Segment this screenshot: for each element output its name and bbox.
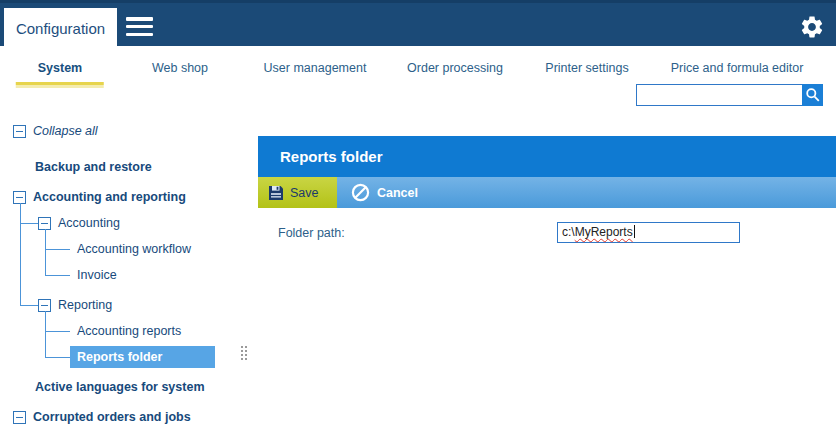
tree-item-invoice[interactable]: Invoice — [0, 262, 258, 288]
cancel-icon — [351, 183, 370, 202]
folder-path-input[interactable]: c:\MyReports — [557, 222, 740, 243]
tree-item-label: Collapse all — [33, 124, 98, 138]
save-button-label: Save — [290, 186, 319, 200]
search-box — [636, 84, 823, 106]
tree-item-label: Reports folder — [70, 346, 215, 368]
tree-item-backup-and-restore[interactable]: Backup and restore — [0, 154, 258, 180]
tree-connector — [45, 331, 70, 332]
save-button[interactable]: Save — [258, 177, 337, 208]
detail-panel: Reports folder Save Cancel — [258, 136, 836, 424]
tree-item-label: Accounting reports — [70, 320, 189, 342]
tree-item-collapse-all[interactable]: Collapse all — [0, 118, 258, 144]
app-title-tab: Configuration — [4, 8, 117, 49]
collapse-all-icon[interactable] — [13, 125, 26, 138]
folder-path-row: Folder path: c:\MyReports — [258, 222, 836, 244]
collapse-expander-icon[interactable] — [38, 217, 51, 230]
tab-printer-settings[interactable]: Printer settings — [545, 61, 628, 81]
hamburger-menu-icon[interactable] — [126, 17, 153, 36]
app-title: Configuration — [16, 20, 105, 37]
collapse-expander-icon[interactable] — [38, 299, 51, 312]
settings-gear-icon[interactable] — [799, 14, 825, 40]
cancel-button-label: Cancel — [377, 186, 418, 200]
tree-connector — [45, 255, 46, 275]
tab-web-shop[interactable]: Web shop — [152, 61, 208, 81]
tree-item-label: Accounting — [58, 216, 120, 230]
panel-toolbar: Save Cancel — [258, 177, 836, 208]
tree-item-accounting-and-reporting[interactable]: Accounting and reporting — [0, 184, 258, 210]
tab-order-processing[interactable]: Order processing — [407, 61, 503, 81]
tab-price-and-formula-editor[interactable]: Price and formula editor — [671, 61, 804, 81]
tree-connector — [20, 305, 38, 306]
tree-item-label: Active languages for system — [35, 380, 205, 394]
tree-connector — [20, 285, 21, 305]
cancel-button[interactable]: Cancel — [337, 177, 434, 208]
panel-header: Reports folder — [258, 136, 836, 177]
tree-item-label: Reporting — [58, 298, 112, 312]
top-bar: Configuration — [0, 0, 836, 46]
collapse-expander-icon[interactable] — [13, 411, 26, 424]
config-tree: Collapse allBackup and restoreAccounting… — [0, 118, 258, 424]
text-caret — [634, 225, 635, 238]
tree-item-accounting-reports[interactable]: Accounting reports — [0, 318, 258, 344]
tree-item-active-languages-for-system[interactable]: Active languages for system — [0, 374, 258, 400]
folder-path-label: Folder path: — [278, 226, 345, 240]
tab-user-management[interactable]: User management — [264, 61, 367, 81]
tree-item-accounting-workflow[interactable]: Accounting workflow — [0, 236, 258, 262]
tree-item-corrupted-orders-and-jobs[interactable]: Corrupted orders and jobs — [0, 404, 258, 424]
collapse-expander-icon[interactable] — [13, 191, 26, 204]
search-input[interactable] — [636, 84, 802, 106]
tree-connector — [45, 337, 46, 357]
tree-connector — [45, 249, 70, 250]
tree-connector — [45, 357, 70, 358]
search-button[interactable] — [802, 84, 823, 106]
tab-system[interactable]: System — [38, 61, 82, 81]
tree-item-label: Invoice — [70, 264, 125, 286]
tree-connector — [20, 223, 38, 224]
splitter-grip[interactable] — [241, 346, 247, 362]
tree-item-label: Accounting and reporting — [33, 190, 186, 204]
tree-connector — [45, 275, 70, 276]
search-icon — [805, 87, 821, 103]
tree-item-accounting[interactable]: Accounting — [0, 210, 258, 236]
tree-item-label: Backup and restore — [35, 160, 152, 174]
tree-connector — [20, 255, 21, 288]
panel-title: Reports folder — [280, 148, 383, 165]
tree-item-reports-folder[interactable]: Reports folder — [0, 344, 258, 370]
tree-item-label: Corrupted orders and jobs — [33, 410, 191, 424]
tree-item-reporting[interactable]: Reporting — [0, 292, 258, 318]
tree-item-label: Accounting workflow — [70, 238, 199, 260]
save-floppy-icon — [268, 185, 284, 201]
